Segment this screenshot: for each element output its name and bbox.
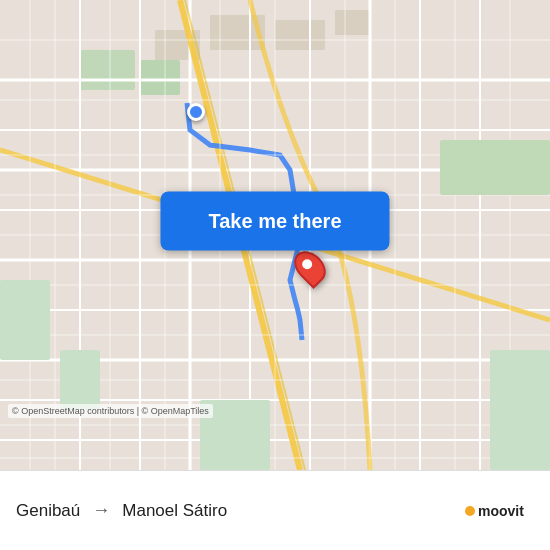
svg-rect-54 bbox=[490, 350, 550, 470]
map-container: © OpenStreetMap contributors | © OpenMap… bbox=[0, 0, 550, 470]
svg-rect-11 bbox=[275, 20, 325, 50]
to-location: Manoel Sátiro bbox=[122, 501, 227, 521]
svg-rect-53 bbox=[60, 350, 100, 410]
bottom-bar: Genibaú → Manoel Sátiro moovit bbox=[0, 470, 550, 550]
svg-text:moovit: moovit bbox=[478, 503, 524, 519]
svg-point-57 bbox=[465, 506, 475, 516]
svg-rect-14 bbox=[80, 50, 135, 90]
svg-rect-13 bbox=[140, 60, 180, 95]
take-me-there-button[interactable]: Take me there bbox=[160, 191, 389, 250]
svg-rect-52 bbox=[0, 280, 50, 360]
map-attribution: © OpenStreetMap contributors | © OpenMap… bbox=[8, 404, 213, 418]
svg-rect-56 bbox=[440, 140, 550, 195]
route-info: Genibaú → Manoel Sátiro bbox=[16, 500, 464, 521]
destination-marker bbox=[297, 249, 323, 285]
arrow-icon: → bbox=[92, 500, 110, 521]
svg-rect-12 bbox=[335, 10, 370, 35]
moovit-logo-svg: moovit bbox=[464, 499, 534, 523]
moovit-logo: moovit bbox=[464, 499, 534, 523]
from-location: Genibaú bbox=[16, 501, 80, 521]
